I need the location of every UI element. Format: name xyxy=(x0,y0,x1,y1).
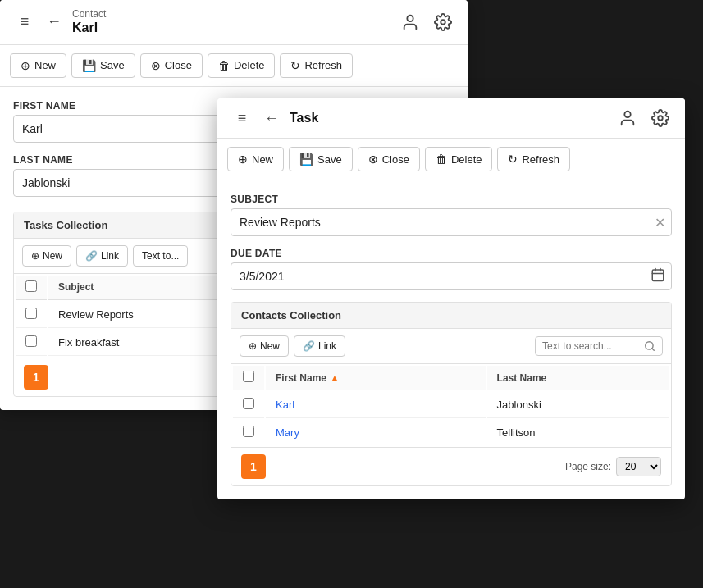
contact-parent-label: Contact xyxy=(72,8,106,20)
task-header-left: ≡ ← Task xyxy=(231,107,616,130)
contact-title: Karl xyxy=(72,20,106,35)
page-size-label: Page size: xyxy=(565,461,611,472)
task-settings-btn[interactable] xyxy=(649,107,672,130)
contact-toolbar: ⊕ New 💾 Save ⊗ Close 🗑 Delete ↻ Refresh xyxy=(0,45,468,87)
task-person-icon xyxy=(619,109,637,127)
contacts-select-all-checkbox[interactable] xyxy=(243,371,254,382)
tasks-new-button[interactable]: ⊕ New xyxy=(22,245,71,267)
page-size-select[interactable]: 20 10 50 100 xyxy=(616,457,661,476)
task-window: ≡ ← Task xyxy=(217,98,685,499)
close-x-icon: ⊗ xyxy=(151,59,161,72)
hamburger-icon: ≡ xyxy=(21,13,30,30)
task-breadcrumb: Task xyxy=(290,110,318,125)
task-row-checkbox[interactable] xyxy=(25,308,37,319)
contacts-link-icon: 🔗 xyxy=(303,340,315,352)
task-refresh-icon: ↻ xyxy=(508,153,518,166)
task-new-plus-icon: ⊕ xyxy=(238,153,248,166)
search-icon xyxy=(644,340,655,352)
due-date-input[interactable] xyxy=(231,262,672,290)
contact-first-name-cell: Mary xyxy=(266,420,486,445)
task-refresh-button[interactable]: ↻ Refresh xyxy=(497,147,570,171)
first-name-column-header: First Name ▲ xyxy=(266,366,486,390)
calendar-button[interactable] xyxy=(651,267,665,285)
task-new-button[interactable]: ⊕ New xyxy=(227,147,284,171)
svg-point-2 xyxy=(624,112,630,117)
contact-settings-btn[interactable] xyxy=(431,11,454,34)
contact-header: ≡ ← Contact Karl xyxy=(0,0,468,45)
contacts-collection-toolbar: ⊕ New 🔗 Link xyxy=(231,329,671,364)
subject-field-wrap: ✕ xyxy=(231,208,672,236)
last-name-column-header: Last Name xyxy=(487,366,669,390)
task-hamburger-btn[interactable]: ≡ xyxy=(231,107,253,130)
contacts-search-wrap xyxy=(535,336,663,356)
person-icon xyxy=(401,13,419,31)
task-toolbar: ⊕ New 💾 Save ⊗ Close 🗑 Delete ↻ Refresh xyxy=(217,139,685,180)
refresh-icon: ↻ xyxy=(290,59,300,72)
delete-trash-icon: 🗑 xyxy=(218,59,230,72)
task-user-btn[interactable] xyxy=(616,107,639,130)
task-delete-trash-icon: 🗑 xyxy=(436,153,447,166)
contact-delete-button[interactable]: 🗑 Delete xyxy=(208,53,276,78)
contact-new-button[interactable]: ⊕ New xyxy=(10,53,66,78)
contact-row-checkbox[interactable] xyxy=(243,398,254,409)
task-save-icon: 💾 xyxy=(299,153,313,166)
due-date-label: Due Date xyxy=(231,248,672,259)
subject-clear-button[interactable]: ✕ xyxy=(655,215,665,230)
svg-line-9 xyxy=(652,349,655,351)
task-close-button[interactable]: ⊗ Close xyxy=(358,147,420,171)
svg-rect-4 xyxy=(652,270,664,281)
tasks-select-all-checkbox[interactable] xyxy=(25,280,37,292)
due-date-field-wrap xyxy=(231,262,672,290)
task-delete-button[interactable]: 🗑 Delete xyxy=(425,147,493,171)
gear-icon xyxy=(434,13,452,31)
contact-back-btn[interactable]: ← xyxy=(43,11,66,34)
contacts-page-badge: 1 xyxy=(241,454,266,479)
contacts-collection-header: Contacts Collection xyxy=(231,303,671,329)
contacts-table: First Name ▲ Last Name Karl Jablonski Ma… xyxy=(231,364,671,447)
contacts-footer: 1 Page size: 20 10 50 100 xyxy=(231,447,671,485)
task-close-x-icon: ⊗ xyxy=(368,153,378,166)
clear-x-icon: ✕ xyxy=(655,216,665,230)
tasks-new-plus-icon: ⊕ xyxy=(31,250,39,262)
save-icon: 💾 xyxy=(82,59,96,72)
task-form: Subject ✕ Due Date Contacts Collection xyxy=(217,180,685,499)
calendar-icon xyxy=(651,267,665,282)
contact-close-button[interactable]: ⊗ Close xyxy=(140,53,203,78)
subject-input[interactable] xyxy=(231,208,672,236)
contact-header-icons xyxy=(399,11,454,34)
task-gear-icon xyxy=(651,109,669,127)
svg-point-3 xyxy=(658,116,663,121)
contacts-collection: Contacts Collection ⊕ New 🔗 Link xyxy=(231,302,672,486)
contact-last-name-cell: Jablonski xyxy=(487,392,669,418)
tasks-text-to-search-button[interactable]: Text to... xyxy=(133,245,188,267)
contact-hamburger-btn[interactable]: ≡ xyxy=(13,11,36,34)
task-header: ≡ ← Task xyxy=(217,98,685,139)
svg-point-0 xyxy=(407,16,413,21)
tasks-link-button[interactable]: 🔗 Link xyxy=(76,245,128,267)
task-save-button[interactable]: 💾 Save xyxy=(289,147,353,171)
contact-refresh-button[interactable]: ↻ Refresh xyxy=(280,53,353,78)
back-arrow-icon: ← xyxy=(47,13,62,30)
contact-user-btn[interactable] xyxy=(399,11,422,34)
task-title: Task xyxy=(290,110,318,125)
contacts-table-row: Karl Jablonski xyxy=(233,392,669,418)
contacts-table-row: Mary Tellitson xyxy=(233,420,669,445)
contact-last-name-cell: Tellitson xyxy=(487,420,669,445)
contacts-new-button[interactable]: ⊕ New xyxy=(240,335,289,357)
task-row-checkbox[interactable] xyxy=(25,335,37,347)
page-size-wrap: Page size: 20 10 50 100 xyxy=(565,457,661,476)
contact-first-name-cell: Karl xyxy=(266,392,486,418)
contact-row-checkbox[interactable] xyxy=(243,426,254,437)
contacts-new-plus-icon: ⊕ xyxy=(249,340,257,352)
contact-save-button[interactable]: 💾 Save xyxy=(71,53,135,78)
subject-label: Subject xyxy=(231,194,672,205)
tasks-page-badge: 1 xyxy=(24,365,48,390)
task-header-icons xyxy=(616,107,672,130)
new-plus-icon: ⊕ xyxy=(21,59,30,72)
svg-point-1 xyxy=(441,20,445,25)
contacts-search-input[interactable] xyxy=(542,340,641,352)
task-back-btn[interactable]: ← xyxy=(260,107,283,130)
task-back-arrow-icon: ← xyxy=(264,110,279,127)
contacts-link-button[interactable]: 🔗 Link xyxy=(294,335,345,357)
contact-header-left: ≡ ← Contact Karl xyxy=(13,8,399,36)
